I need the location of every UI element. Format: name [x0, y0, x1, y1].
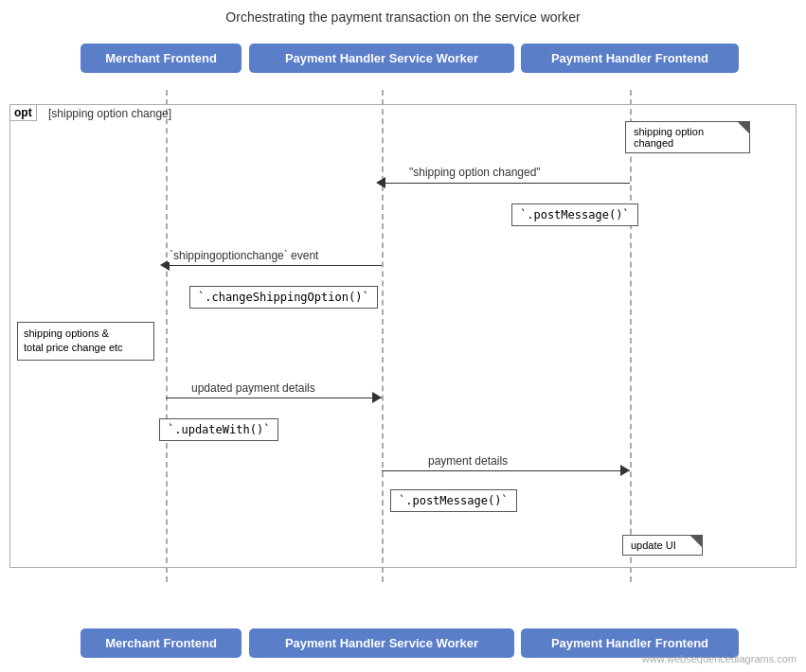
- label-updated-payment-details: updated payment details: [189, 381, 317, 395]
- method-postmessage-2: `.postMessage()`: [390, 489, 517, 512]
- method-changeShippingOption: `.changeShippingOption()`: [189, 286, 378, 309]
- arrow-updated-payment-details: [166, 398, 382, 398]
- arrowhead-updated-payment-details: [372, 392, 382, 403]
- actor-handler-bottom: Payment Handler Service Worker: [249, 628, 514, 658]
- side-note-shipping-options: shipping options & total price change et…: [17, 322, 154, 361]
- label-shipping-option-changed: "shipping option changed": [407, 166, 543, 179]
- actor-merchant-bottom: Merchant Frontend: [81, 628, 242, 658]
- method-postmessage-1: `.postMessage()`: [511, 203, 638, 226]
- arrowhead-payment-details: [620, 465, 630, 476]
- arrow-shipping-option-changed: [382, 183, 630, 184]
- actor-merchant-top: Merchant Frontend: [81, 44, 242, 73]
- arrowhead-shipping-option-changed: [376, 177, 385, 188]
- diagram-container: Orchestrating the payment transaction on…: [0, 0, 806, 672]
- arrow-payment-details: [382, 470, 630, 471]
- note-shipping-option-changed: shipping option changed: [625, 121, 750, 153]
- watermark: www.websequencediagrams.com: [642, 653, 797, 664]
- label-payment-details: payment details: [426, 454, 510, 468]
- actor-handler-top: Payment Handler Service Worker: [249, 44, 514, 73]
- note-update-ui: update UI: [622, 535, 703, 556]
- opt-condition: [shipping option change]: [48, 107, 171, 120]
- label-shippingoptionchange: `shippingoptionchange` event: [168, 249, 320, 262]
- opt-label: opt: [9, 104, 37, 121]
- method-updateWith: `.updateWith()`: [159, 418, 278, 441]
- actor-frontend-top: Payment Handler Frontend: [521, 44, 739, 73]
- diagram-title: Orchestrating the payment transaction on…: [0, 0, 806, 25]
- arrow-shippingoptionchange: [166, 265, 382, 266]
